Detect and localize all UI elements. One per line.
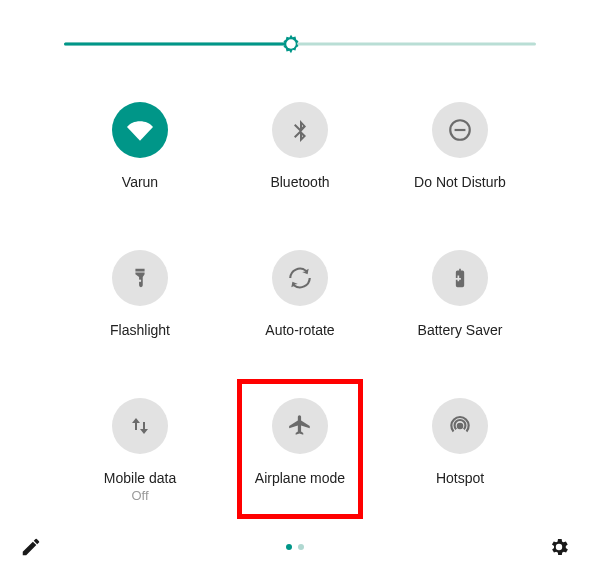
flashlight-icon[interactable] <box>112 250 168 306</box>
brightness-fill <box>64 43 291 46</box>
bluetooth-icon[interactable] <box>272 102 328 158</box>
tile-dnd[interactable]: Do Not Disturb <box>380 102 540 190</box>
autorotate-icon[interactable] <box>272 250 328 306</box>
tile-label: Battery Saver <box>418 322 503 338</box>
brightness-icon <box>280 33 302 55</box>
tile-airplane[interactable]: Airplane mode <box>220 398 380 503</box>
tile-label: Mobile data <box>104 470 176 486</box>
settings-button[interactable] <box>548 536 570 558</box>
svg-point-4 <box>457 423 464 430</box>
tile-label: Flashlight <box>110 322 170 338</box>
tile-label: Airplane mode <box>255 470 345 486</box>
svg-point-0 <box>286 39 296 49</box>
tile-bluetooth[interactable]: Bluetooth <box>220 102 380 190</box>
page-dot <box>298 544 304 550</box>
gear-icon <box>548 536 570 558</box>
tile-sublabel: Off <box>131 488 148 503</box>
bottom-bar <box>20 529 570 565</box>
airplane-icon[interactable] <box>272 398 328 454</box>
brightness-thumb[interactable] <box>280 33 302 55</box>
tile-autorotate[interactable]: Auto-rotate <box>220 250 380 338</box>
page-indicator <box>286 544 304 550</box>
wifi-icon[interactable] <box>112 102 168 158</box>
tile-mobiledata[interactable]: Mobile data Off <box>60 398 220 503</box>
tile-label: Bluetooth <box>270 174 329 190</box>
edit-button[interactable] <box>20 536 42 558</box>
quick-settings-grid: Varun Bluetooth Do Not Disturb Flashligh… <box>0 62 600 533</box>
tile-hotspot[interactable]: Hotspot <box>380 398 540 503</box>
tile-label: Hotspot <box>436 470 484 486</box>
tile-flashlight[interactable]: Flashlight <box>60 250 220 338</box>
mobiledata-icon[interactable] <box>112 398 168 454</box>
page-dot <box>286 544 292 550</box>
edit-icon <box>20 536 42 558</box>
tile-battery[interactable]: Battery Saver <box>380 250 540 338</box>
svg-rect-2 <box>455 129 466 131</box>
dnd-icon[interactable] <box>432 102 488 158</box>
brightness-slider[interactable] <box>64 26 536 62</box>
svg-point-3 <box>139 280 141 282</box>
tile-label: Auto-rotate <box>265 322 334 338</box>
hotspot-icon[interactable] <box>432 398 488 454</box>
tile-wifi[interactable]: Varun <box>60 102 220 190</box>
tile-label: Varun <box>122 174 158 190</box>
tile-label: Do Not Disturb <box>414 174 506 190</box>
battery-saver-icon[interactable] <box>432 250 488 306</box>
